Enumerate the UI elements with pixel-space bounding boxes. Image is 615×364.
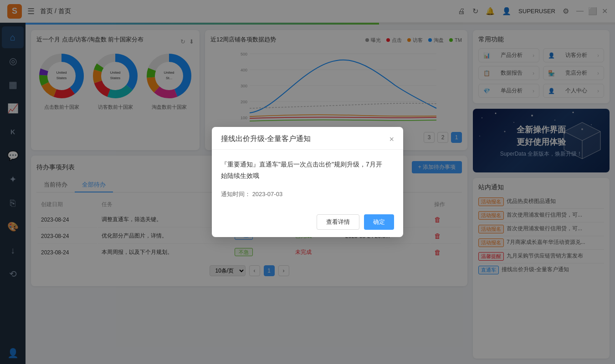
modal-title: 撞线出价升级-全量客户通知 — [221, 134, 311, 144]
confirm-button[interactable]: 确定 — [364, 214, 394, 230]
modal-close-button[interactable]: × — [389, 135, 394, 143]
modal-body: 『重要通知』直通车"最后一次点击出价"规则升级，7月开 始陆续生效哦 通知时间：… — [212, 150, 403, 209]
modal-footer: 查看详情 确定 — [212, 209, 403, 237]
view-detail-button[interactable]: 查看详情 — [317, 214, 359, 230]
modal-dialog: 撞线出价升级-全量客户通知 × 『重要通知』直通车"最后一次点击出价"规则升级，… — [212, 127, 403, 237]
modal-overlay[interactable]: 撞线出价升级-全量客户通知 × 『重要通知』直通车"最后一次点击出价"规则升级，… — [0, 0, 615, 364]
modal-header: 撞线出价升级-全量客户通知 × — [212, 127, 403, 150]
modal-time: 通知时间： 2023-07-03 — [221, 189, 394, 199]
modal-body-text: 『重要通知』直通车"最后一次点击出价"规则升级，7月开 始陆续生效哦 — [221, 159, 394, 182]
